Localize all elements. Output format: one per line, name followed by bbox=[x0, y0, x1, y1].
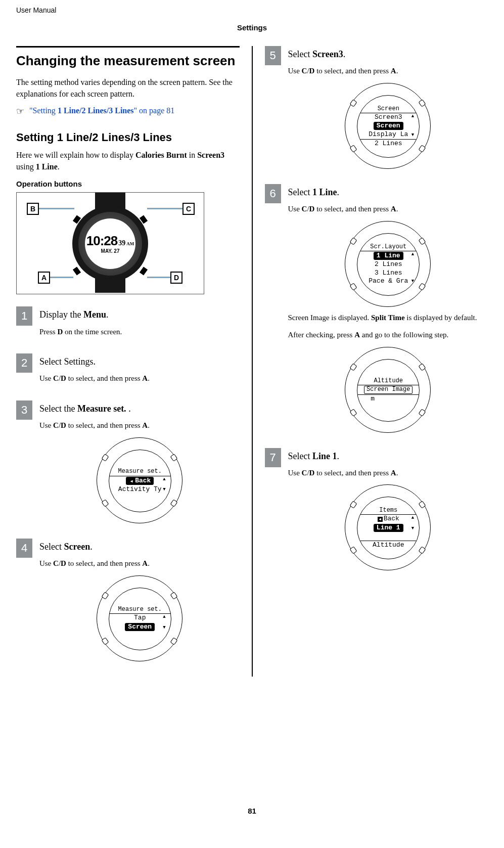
t: C bbox=[53, 559, 59, 567]
lcd-selected: 1 Line bbox=[374, 252, 403, 260]
t: Display La bbox=[369, 131, 408, 138]
line-decor bbox=[49, 277, 73, 278]
down-arrow-icon: ▼ bbox=[411, 526, 414, 531]
crossref-post: " on page 81 bbox=[134, 106, 175, 115]
button-label-B: B bbox=[27, 203, 39, 215]
step-title: Select Screen. bbox=[39, 541, 240, 553]
step-mid-text-2: After checking, press A and go to the fo… bbox=[288, 329, 488, 341]
watch-body: 10:2839AM MAY. 27 bbox=[72, 197, 148, 290]
column-divider bbox=[252, 46, 253, 677]
lcd-row: Screen3▲ bbox=[357, 113, 419, 121]
lcd-selected: Screen bbox=[374, 122, 403, 130]
t: . bbox=[106, 309, 109, 320]
step-number: 5 bbox=[265, 46, 281, 65]
step-content: Select Settings. Use C/D to select, and … bbox=[39, 353, 240, 390]
lcd-row: ◀Back ▲ bbox=[109, 476, 171, 485]
t: A bbox=[142, 421, 148, 429]
section-title: Changing the measurement screen bbox=[16, 46, 240, 69]
device-illustration: Measure set. Tap▲ Screen ▼ bbox=[97, 575, 182, 661]
t: . bbox=[148, 559, 150, 567]
t: Menu bbox=[83, 309, 106, 320]
left-column: Changing the measurement screen The sett… bbox=[16, 46, 247, 677]
t: . bbox=[396, 67, 398, 75]
t: Use bbox=[288, 67, 302, 75]
lcd-row: Screen Image bbox=[357, 385, 419, 394]
lcd-row: ◀Back▲ bbox=[357, 514, 419, 523]
t: Select bbox=[39, 542, 64, 552]
t: to select, and then press bbox=[66, 374, 142, 382]
step-content: Select Screen. Use C/D to select, and th… bbox=[39, 539, 240, 666]
device-lcd: Items ◀Back▲ Line 1▼ Altitude bbox=[357, 497, 420, 559]
t: . bbox=[148, 421, 150, 429]
step-title: Select Screen3. bbox=[288, 48, 488, 60]
up-arrow-icon: ▲ bbox=[411, 252, 414, 257]
lcd-header: Scr.Layout bbox=[357, 243, 419, 251]
lcd-row-spacer bbox=[357, 532, 419, 541]
lcd-row: Activity Ty▼ bbox=[109, 485, 171, 494]
step-number: 2 bbox=[16, 353, 32, 373]
step-2: 2 Select Settings. Use C/D to select, an… bbox=[16, 353, 240, 390]
crossref-bold: 1 Line/2 Lines/3 Lines bbox=[58, 106, 134, 115]
t: in bbox=[187, 151, 197, 159]
lcd-row: Tap▲ bbox=[109, 613, 171, 622]
t: Back bbox=[384, 515, 399, 522]
step-5: 5 Select Screen3. Use C/D to select, and… bbox=[265, 46, 488, 174]
t: 1 Line bbox=[312, 187, 337, 197]
device-lcd: Altitude Screen Image m bbox=[357, 359, 420, 422]
device-lcd: Scr.Layout 1 Line▲ 2 Lines 3 Lines Pace … bbox=[357, 233, 420, 296]
line-decor bbox=[147, 208, 184, 209]
t: is displayed by default. bbox=[405, 314, 477, 322]
step-title: Select 1 Line. bbox=[288, 186, 488, 198]
t: . bbox=[396, 469, 398, 477]
section-header: Settings bbox=[16, 23, 488, 32]
t: Screen3 bbox=[312, 49, 343, 59]
t: Measure set. bbox=[77, 404, 126, 414]
step-title: Display the Menu. bbox=[39, 308, 240, 321]
down-arrow-icon: ▼ bbox=[411, 133, 414, 138]
lcd-header: Altitude bbox=[357, 377, 419, 385]
lcd-selected: Line 1 bbox=[374, 524, 403, 532]
device-illustration: Scr.Layout 1 Line▲ 2 Lines 3 Lines Pace … bbox=[345, 221, 431, 307]
watch-time-ampm: AM bbox=[126, 241, 134, 246]
device-illustration: Measure set. ◀Back ▲ Activity Ty▼ bbox=[97, 437, 182, 523]
t: Screen3 bbox=[197, 151, 224, 159]
lcd-row: 3 Lines bbox=[357, 269, 419, 277]
step-7: 7 Select Line 1. Use C/D to select, and … bbox=[265, 448, 488, 576]
line-decor bbox=[38, 208, 74, 209]
back-icon: ◀ bbox=[378, 517, 383, 522]
t: Select bbox=[288, 451, 312, 461]
t: A bbox=[142, 559, 148, 567]
t: D bbox=[309, 205, 315, 213]
step-title: Select Settings. bbox=[39, 355, 240, 368]
t: D bbox=[61, 374, 66, 382]
watch-illustration: A B C D 10:2839AM MAY. 27 bbox=[16, 192, 204, 294]
t: A bbox=[391, 469, 396, 477]
step-content: Select the Measure set. . Use C/D to sel… bbox=[39, 400, 240, 528]
t: . bbox=[337, 187, 340, 197]
t: Here we will explain how to display bbox=[16, 151, 135, 159]
step-mid-text: Screen Image is displayed. Split Time is… bbox=[288, 312, 488, 324]
lcd-row: Line 1▼ bbox=[357, 523, 419, 532]
watch-date: MAY. 27 bbox=[101, 248, 120, 254]
down-arrow-icon: ▼ bbox=[163, 626, 165, 631]
t: . bbox=[148, 374, 150, 382]
step-number: 1 bbox=[16, 306, 32, 326]
step-4: 4 Select Screen. Use C/D to select, and … bbox=[16, 539, 240, 666]
lcd-row: 1 Line▲ bbox=[357, 251, 419, 260]
up-arrow-icon: ▲ bbox=[163, 477, 165, 482]
step-sub: Use C/D to select, and then press A. bbox=[39, 420, 240, 431]
crossref-link[interactable]: "Setting 1 Line/2 Lines/3 Lines" on page… bbox=[29, 106, 174, 115]
up-arrow-icon: ▲ bbox=[163, 615, 165, 620]
t: . bbox=[58, 162, 60, 171]
t: A bbox=[391, 205, 396, 213]
button-label-C: C bbox=[182, 203, 195, 215]
t: . bbox=[396, 205, 398, 213]
device-lcd: Screen Screen3▲ Screen Display La▼ 2 Lin… bbox=[357, 95, 420, 158]
t: Use bbox=[39, 421, 53, 429]
t: to select, and then press bbox=[314, 469, 390, 477]
lcd-header: Measure set. bbox=[109, 468, 171, 475]
device-illustration: Screen Screen3▲ Screen Display La▼ 2 Lin… bbox=[345, 83, 431, 169]
watch-button-nub bbox=[140, 267, 148, 276]
t: Display the bbox=[39, 309, 83, 320]
operation-buttons-label: Operation buttons bbox=[16, 180, 240, 188]
